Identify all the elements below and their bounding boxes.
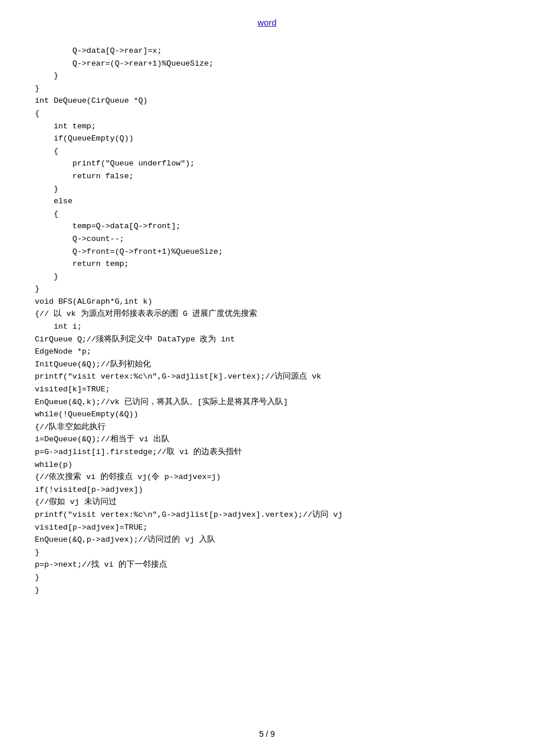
page-title: word bbox=[0, 0, 534, 39]
code-block: Q->data[Q->rear]=x; Q->rear=(Q->rear+1)%… bbox=[0, 39, 534, 620]
page-footer: 5 / 9 bbox=[0, 729, 534, 739]
